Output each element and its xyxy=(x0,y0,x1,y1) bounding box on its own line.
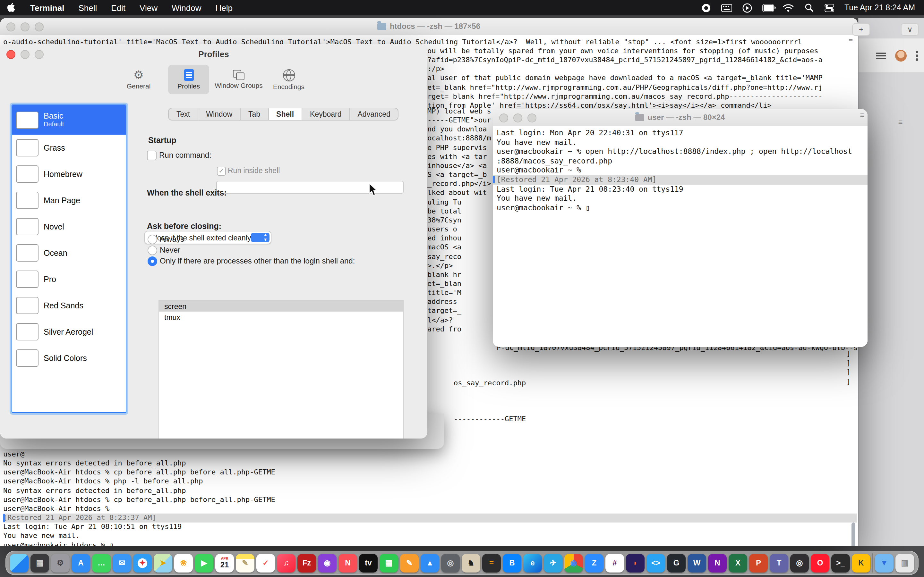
process-list-item[interactable]: screen xyxy=(159,301,403,311)
keyboard-icon[interactable] xyxy=(721,3,733,13)
scrollbar-thumb[interactable] xyxy=(851,522,855,546)
wifi-icon[interactable] xyxy=(783,3,795,13)
dock-app-icon[interactable]: ✎ xyxy=(400,554,419,572)
dock-app-icon[interactable]: ➤ xyxy=(153,554,172,572)
zoom-icon[interactable] xyxy=(35,23,44,31)
dock-app-icon[interactable]: O xyxy=(811,554,829,572)
dock-app-icon[interactable]: ◎ xyxy=(790,554,809,572)
toolbar-item-profiles[interactable]: Profiles xyxy=(168,65,209,94)
menu-help[interactable]: Help xyxy=(208,3,240,13)
dock-app-icon[interactable]: K xyxy=(852,554,871,572)
dock-app-icon[interactable]: A xyxy=(71,554,90,572)
dock-app-icon[interactable]: APR 21 xyxy=(215,554,234,572)
profile-list-item[interactable]: Red Sands xyxy=(12,292,126,319)
dock-app-icon[interactable]: N xyxy=(708,554,727,572)
dock-app-icon[interactable]: W xyxy=(688,554,706,572)
zoom-icon[interactable] xyxy=(35,50,44,59)
new-tab-button[interactable]: + xyxy=(852,23,870,36)
dock-app-icon[interactable]: ▼ xyxy=(875,554,893,572)
user-titlebar[interactable]: user — -zsh — 80×24 xyxy=(493,109,867,126)
dock-app-icon[interactable]: ▲ xyxy=(421,554,439,572)
user-terminal-content[interactable]: Last login: Mon Apr 20 22:40:31 on ttys1… xyxy=(493,126,867,347)
avatar[interactable] xyxy=(895,50,907,61)
dock-app-icon[interactable]: ⚙ xyxy=(51,554,69,572)
menu-bar-clock[interactable]: Tue Apr 21 8:24 AM xyxy=(845,3,915,12)
dock-app-icon[interactable]: ✉ xyxy=(113,554,131,572)
dock-app-icon[interactable]: ▶ xyxy=(195,554,213,572)
control-center-icon[interactable] xyxy=(824,3,835,13)
close-icon[interactable] xyxy=(6,23,15,31)
minimize-icon[interactable] xyxy=(21,23,29,31)
profile-list-item[interactable]: Novel xyxy=(12,213,126,240)
menu-window[interactable]: Window xyxy=(165,3,208,13)
status-app-icon[interactable] xyxy=(701,3,712,13)
run-command-checkbox[interactable] xyxy=(147,151,157,160)
menu-view[interactable]: View xyxy=(132,3,165,13)
dock-app-icon[interactable]: ◉ xyxy=(564,554,583,572)
process-list[interactable]: screen tmux xyxy=(158,300,404,438)
tab-window[interactable]: Window xyxy=(198,108,241,120)
dock-app-icon[interactable]: ♞ xyxy=(462,554,480,572)
profiles-titlebar[interactable]: Profiles xyxy=(0,44,427,63)
dock-app-icon[interactable]: ✎ xyxy=(236,554,254,572)
dock-app-icon[interactable]: G xyxy=(667,554,686,572)
dock-app-icon[interactable]: ◉ xyxy=(318,554,336,572)
process-list-item[interactable]: tmux xyxy=(159,311,403,322)
dock-app-icon[interactable]: ▥ xyxy=(895,554,914,572)
dock-app-icon[interactable]: ◗ xyxy=(626,554,645,572)
tab-keyboard[interactable]: Keyboard xyxy=(302,108,350,120)
tune-icon[interactable] xyxy=(876,52,886,59)
profile-list-item[interactable]: Homebrew xyxy=(12,161,126,187)
dock-app-icon[interactable]: e xyxy=(523,554,542,572)
dock-app-icon[interactable]: ♫ xyxy=(277,554,296,572)
profiles-window[interactable]: Profiles ⚙ General Profiles Window Group… xyxy=(0,44,427,438)
toolbar-item-encodings[interactable]: Encodings xyxy=(268,65,309,94)
dock-app-icon[interactable]: ✓ xyxy=(256,554,275,572)
toolbar-item-window-groups[interactable]: Window Groups xyxy=(218,65,259,94)
radio-always[interactable] xyxy=(148,235,157,244)
profile-list[interactable]: Basic Default Grass xyxy=(11,105,126,413)
menu-edit[interactable]: Edit xyxy=(104,3,132,13)
close-icon[interactable] xyxy=(6,50,15,59)
page-icon[interactable]: ≡ xyxy=(849,37,853,45)
profile-list-item[interactable]: Pro xyxy=(12,266,126,292)
dock-app-icon[interactable]: ▦ xyxy=(380,554,398,572)
dock-app-icon[interactable]: ◎ xyxy=(441,554,460,572)
apple-menu[interactable] xyxy=(0,2,23,14)
tab-advanced[interactable]: Advanced xyxy=(350,108,398,120)
dock-app-icon[interactable]: tv xyxy=(359,554,378,572)
playback-icon[interactable] xyxy=(742,3,753,13)
dock-app-icon[interactable]: >_ xyxy=(831,554,850,572)
profile-list-item[interactable]: Grass xyxy=(12,135,126,161)
profile-list-item[interactable]: Solid Colors xyxy=(12,345,126,371)
dock-app-icon[interactable]: ✈ xyxy=(544,554,562,572)
radio-only-if[interactable] xyxy=(148,256,157,266)
page-icon[interactable]: ≡ xyxy=(860,111,864,119)
list-icon[interactable]: ≡ xyxy=(898,118,903,126)
tab-tab[interactable]: Tab xyxy=(241,108,268,120)
dock-app-icon[interactable]: X xyxy=(729,554,747,572)
toolbar-item-general[interactable]: ⚙ General xyxy=(118,65,159,94)
tab-shell[interactable]: Shell xyxy=(268,108,302,120)
user-terminal-window[interactable]: user — -zsh — 80×24 Last login: Mon Apr … xyxy=(493,109,867,347)
radio-never[interactable] xyxy=(148,245,157,255)
dock-app-icon[interactable]: # xyxy=(606,554,624,572)
profile-list-item[interactable]: Ocean xyxy=(12,240,126,266)
profile-list-item[interactable]: Man Page xyxy=(12,187,126,213)
minimize-icon[interactable] xyxy=(513,113,522,122)
app-menu-terminal[interactable]: Terminal xyxy=(23,3,71,13)
htdocs-titlebar[interactable]: htdocs — -zsh — 187×56 xyxy=(0,18,858,35)
run-inside-shell-checkbox[interactable] xyxy=(217,167,226,176)
dock-app-icon[interactable]: … xyxy=(92,554,111,572)
dock-app-icon[interactable]: N xyxy=(338,554,357,572)
dock-app-icon[interactable]: ✦ xyxy=(133,554,152,572)
dock-app-icon[interactable]: Fz xyxy=(297,554,316,572)
dock-app-icon[interactable] xyxy=(872,553,873,572)
dock-app-icon[interactable]: Z xyxy=(585,554,604,572)
zoom-icon[interactable] xyxy=(527,113,536,122)
tab-text[interactable]: Text xyxy=(169,108,198,120)
dock-app-icon[interactable]: B xyxy=(503,554,521,572)
dock-app-icon[interactable] xyxy=(10,554,29,572)
menu-shell[interactable]: Shell xyxy=(71,3,104,13)
profile-list-item[interactable]: Basic Default xyxy=(12,105,126,135)
